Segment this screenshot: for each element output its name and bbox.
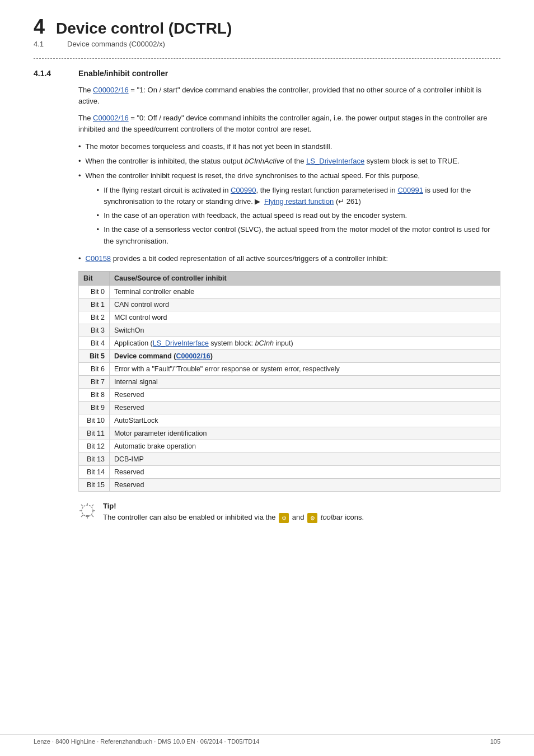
- bullet-2: When the controller is inhibited, the st…: [78, 156, 500, 167]
- c00158-link[interactable]: C00158: [86, 254, 111, 263]
- cause-cell: Automatic brake operation: [110, 440, 500, 452]
- svg-line-7: [92, 505, 93, 506]
- cause-cell: Internal signal: [110, 375, 500, 388]
- table-row: Bit 6 Error with a "Fault"/"Trouble" err…: [79, 362, 500, 375]
- p2-post: = "0: Off / ready" device command inhibi…: [78, 114, 488, 133]
- cause-cell: Device command (C00002/16): [110, 349, 500, 362]
- chapter-title: Device control (DCTRL): [56, 20, 232, 38]
- tip-svg-icon: [78, 502, 96, 520]
- cause-cell: Motor parameter identification: [110, 427, 500, 440]
- bit-cell: Bit 15: [79, 478, 110, 491]
- p1-post: = "1: On / start" device command enables…: [78, 86, 481, 105]
- table-row: Bit 8 Reserved: [79, 388, 500, 401]
- content-area: The C00002/16 = "1: On / start" device c…: [78, 85, 500, 523]
- bit-cell: Bit 14: [79, 465, 110, 478]
- ls-driveinterface-link-table[interactable]: LS_DriveInterface: [153, 339, 209, 347]
- chapter-header: 4 Device control (DCTRL): [34, 17, 500, 38]
- cause-cell: Error with a "Fault"/"Trouble" error res…: [110, 362, 500, 375]
- c00002-16-link-1[interactable]: C00002/16: [93, 86, 129, 94]
- p1-pre: The: [78, 86, 93, 94]
- bit-cell: Bit 8: [79, 388, 110, 401]
- bit-cell: Bit 1: [79, 298, 110, 311]
- ls-driveinterface-link-1[interactable]: LS_DriveInterface: [306, 157, 364, 165]
- c00991-link[interactable]: C00991: [397, 186, 423, 194]
- table-row: Bit 13 DCB-IMP: [79, 452, 500, 465]
- table-row: Bit 7 Internal signal: [79, 375, 500, 388]
- table-row: Bit 1 CAN control word: [79, 298, 500, 311]
- divider: [34, 58, 500, 59]
- table-row: Bit 15 Reserved: [79, 478, 500, 491]
- footer-right: 105: [490, 738, 500, 745]
- subchapter-number: 4.1: [34, 40, 56, 48]
- tip-content: Tip! The controller can also be enabled …: [103, 501, 364, 523]
- table-row: Bit 2 MCI control word: [79, 311, 500, 324]
- c00002-16-link-table[interactable]: C00002/16: [176, 352, 210, 360]
- bit-cell: Bit 10: [79, 414, 110, 427]
- subchapter-line: 4.1 Device commands (C00002/x): [34, 40, 500, 48]
- table-header-bit: Bit: [79, 271, 110, 285]
- section-heading: 4.1.4 Enable/inhibit controller: [34, 69, 500, 78]
- table-row-highlighted: Bit 5 Device command (C00002/16): [79, 349, 500, 362]
- sub-bullet-list: If the flying restart circuit is activat…: [97, 185, 500, 247]
- main-bullet-list: The motor becomes torqueless and coasts,…: [78, 141, 500, 264]
- table-header-cause: Cause/Source of controller inhibit: [110, 271, 500, 285]
- svg-line-6: [92, 515, 93, 517]
- cause-cell: Reserved: [110, 388, 500, 401]
- cause-cell: CAN control word: [110, 298, 500, 311]
- svg-rect-9: [86, 515, 89, 517]
- bullet-3: When the controller inhibit request is r…: [78, 170, 500, 250]
- footer-left: Lenze · 8400 HighLine · Referenzhandbuch…: [34, 738, 259, 745]
- cause-cell: MCI control word: [110, 311, 500, 324]
- toolbar-icon-2: ⚙: [307, 513, 317, 523]
- bullet-4: C00158 provides a bit coded representati…: [78, 253, 500, 264]
- svg-line-8: [81, 515, 83, 517]
- table-row: Bit 14 Reserved: [79, 465, 500, 478]
- svg-point-0: [82, 505, 93, 516]
- bit-cell: Bit 12: [79, 440, 110, 452]
- flying-restart-function-link[interactable]: Flying restart function: [264, 197, 334, 206]
- table-row: Bit 11 Motor parameter identification: [79, 427, 500, 440]
- controller-inhibit-table: Bit Cause/Source of controller inhibit B…: [78, 271, 500, 492]
- table-row: Bit 4 Application (LS_DriveInterface sys…: [79, 337, 500, 349]
- tip-toolbar-text: toolbar: [321, 513, 343, 521]
- p2-pre: The: [78, 114, 93, 122]
- table-row: Bit 0 Terminal controller enable: [79, 285, 500, 298]
- sub-bullet-3: In the case of a sensorless vector contr…: [97, 224, 500, 246]
- bullet-1: The motor becomes torqueless and coasts,…: [78, 141, 500, 152]
- tip-and: and: [292, 513, 305, 521]
- svg-text:⚙: ⚙: [282, 515, 287, 521]
- cause-cell: AutoStartLock: [110, 414, 500, 427]
- sub-bullet-1: If the flying restart circuit is activat…: [97, 185, 500, 207]
- c00990-link[interactable]: C00990: [231, 186, 256, 194]
- bit-cell: Bit 4: [79, 337, 110, 349]
- c00002-16-link-2[interactable]: C00002/16: [93, 114, 129, 122]
- sub-bullet-2: In the case of an operation with feedbac…: [97, 210, 500, 221]
- bit-cell: Bit 11: [79, 427, 110, 440]
- cause-cell: SwitchOn: [110, 324, 500, 337]
- bit-cell: Bit 2: [79, 311, 110, 324]
- cause-cell: Reserved: [110, 478, 500, 491]
- cause-cell: DCB-IMP: [110, 452, 500, 465]
- cause-cell: Terminal controller enable: [110, 285, 500, 298]
- tip-box: Tip! The controller can also be enabled …: [78, 501, 500, 523]
- page-footer: Lenze · 8400 HighLine · Referenzhandbuch…: [0, 734, 534, 745]
- bit-cell: Bit 6: [79, 362, 110, 375]
- bit-cell: Bit 7: [79, 375, 110, 388]
- table-row: Bit 3 SwitchOn: [79, 324, 500, 337]
- cause-cell: Reserved: [110, 401, 500, 414]
- bit-cell: Bit 5: [79, 349, 110, 362]
- section-title: Enable/inhibit controller: [78, 69, 168, 78]
- table-row: Bit 9 Reserved: [79, 401, 500, 414]
- tip-text: The controller can also be enabled or in…: [103, 513, 364, 521]
- subchapter-title: Device commands (C00002/x): [67, 40, 165, 48]
- cause-cell: Reserved: [110, 465, 500, 478]
- paragraph-1: The C00002/16 = "1: On / start" device c…: [78, 85, 500, 107]
- paragraph-2: The C00002/16 = "0: Off / ready" device …: [78, 113, 500, 135]
- bit-cell: Bit 13: [79, 452, 110, 465]
- tip-label: Tip!: [103, 502, 116, 510]
- bit-cell: Bit 0: [79, 285, 110, 298]
- chapter-number: 4: [34, 17, 45, 37]
- bit-cell: Bit 3: [79, 324, 110, 337]
- toolbar-icon-1: ⚙: [279, 513, 289, 523]
- table-row: Bit 10 AutoStartLock: [79, 414, 500, 427]
